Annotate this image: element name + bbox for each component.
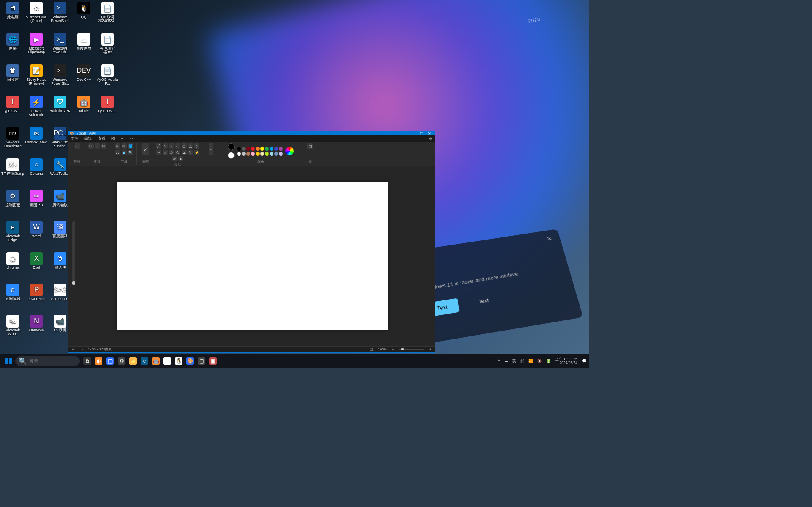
- desktop-icon[interactable]: M+TF 详细版.mp: [1, 158, 25, 181]
- desktop-icon[interactable]: 📄AyOS Mobile F...: [96, 64, 119, 87]
- shape-roundrect[interactable]: ▢: [182, 143, 187, 149]
- pencil-tool[interactable]: ✏: [115, 143, 120, 149]
- ime-mode[interactable]: 拼: [520, 358, 524, 364]
- shape-outline[interactable]: ◐: [172, 156, 177, 161]
- taskbar-clock[interactable]: 上午 10:09:26 2024/08/24: [555, 357, 577, 365]
- desktop-icon[interactable]: 🗑回收站: [1, 64, 25, 87]
- maximize-button[interactable]: ▢: [418, 132, 425, 135]
- shape-cloud[interactable]: ☁: [182, 150, 187, 155]
- taskbar-item-file-explorer[interactable]: 📁: [128, 356, 138, 366]
- taskbar-item-widgets[interactable]: ◫: [105, 356, 115, 366]
- zoom-in-button[interactable]: +: [429, 347, 431, 351]
- stroke-width[interactable]: ≡: [209, 143, 213, 155]
- fill-tool[interactable]: 🪣: [128, 143, 133, 149]
- color-picker-icon[interactable]: [285, 147, 294, 155]
- shape-line[interactable]: ╱: [156, 143, 161, 149]
- shape-poly[interactable]: △: [188, 143, 193, 149]
- search-input[interactable]: [30, 359, 83, 364]
- rotate-tool[interactable]: ↻: [101, 143, 106, 149]
- color-swatch[interactable]: [246, 147, 250, 151]
- desktop-icon[interactable]: NOneNote: [25, 315, 48, 338]
- taskbar-item-chrome[interactable]: ◉: [162, 356, 172, 366]
- color-swatch[interactable]: [256, 147, 260, 151]
- desktop-icon[interactable]: 🤖Mind+: [72, 96, 96, 118]
- color-swatch[interactable]: [237, 152, 241, 156]
- desktop-icon[interactable]: ⚙控制面板: [1, 190, 25, 212]
- shape-heart[interactable]: ♡: [188, 150, 193, 155]
- battery-icon[interactable]: 🔋: [546, 359, 551, 363]
- shape-curve[interactable]: ∿: [163, 143, 168, 149]
- desktop-icon[interactable]: 🖥此电脑: [1, 2, 25, 25]
- shape-fill[interactable]: ●: [178, 156, 183, 161]
- vertical-zoom-slider[interactable]: [72, 221, 75, 285]
- desktop-icon[interactable]: ◉chrome: [1, 252, 25, 275]
- shape-oval[interactable]: ○: [169, 143, 174, 149]
- desktop-icon[interactable]: ✏画图 3D: [25, 190, 48, 212]
- resize-tool[interactable]: ↔: [95, 143, 100, 149]
- desktop-icon[interactable]: TLyperOS1...: [96, 96, 119, 118]
- shape-star[interactable]: ☆: [163, 150, 168, 155]
- volume-icon[interactable]: 🔇: [537, 359, 542, 363]
- color-swatch[interactable]: [251, 152, 255, 156]
- shape-hex[interactable]: ⬡: [169, 150, 174, 155]
- shape-arrow[interactable]: →: [156, 150, 161, 155]
- color-1[interactable]: [228, 143, 235, 150]
- desktop-icon[interactable]: DEVDev C++: [72, 64, 96, 87]
- taskbar-search[interactable]: 🔍: [15, 356, 80, 366]
- desktop-icon[interactable]: eMicrosoft Edge: [1, 221, 25, 244]
- close-button[interactable]: ✕: [425, 132, 433, 135]
- taskbar-item-app-2[interactable]: ▣: [208, 356, 218, 366]
- color-swatch[interactable]: [270, 147, 273, 151]
- paint-canvas[interactable]: [117, 182, 388, 330]
- color-swatch[interactable]: [256, 152, 260, 156]
- shape-bolt[interactable]: ⚡: [194, 150, 199, 155]
- desktop-icon[interactable]: 📄QQ歌词 20240823...: [96, 2, 119, 25]
- zoom-slider[interactable]: [399, 349, 424, 350]
- taskbar-item-paint[interactable]: 🎨: [185, 356, 195, 366]
- color-swatch[interactable]: [265, 147, 269, 151]
- menu-edit[interactable]: 编辑: [84, 136, 92, 141]
- desktop-icon[interactable]: TLyperOS 1...: [1, 96, 25, 118]
- desktop-icon[interactable]: 📝Sticky Notes (Preview): [25, 64, 48, 87]
- brush-tool[interactable]: 🖌: [142, 143, 149, 155]
- desktop-icon[interactable]: nvGeForce Experience: [1, 127, 25, 150]
- color-swatch[interactable]: [279, 147, 283, 151]
- tray-chevron-icon[interactable]: ^: [498, 359, 500, 363]
- taskbar-item-qq[interactable]: 🐧: [174, 356, 184, 366]
- text-tool[interactable]: A: [115, 150, 120, 155]
- menu-undo[interactable]: ↶: [121, 137, 124, 141]
- desktop-icon[interactable]: eIE浏览器: [1, 284, 25, 306]
- color-swatch[interactable]: [265, 152, 269, 156]
- desktop-icon[interactable]: >_Windows PowerShell: [48, 2, 72, 25]
- layers-tool[interactable]: ❐: [307, 143, 313, 149]
- taskbar-item-edge[interactable]: e: [139, 356, 149, 366]
- ime-language[interactable]: 英: [512, 358, 516, 364]
- color-swatch[interactable]: [260, 147, 264, 151]
- desktop-icon[interactable]: ○Cortana: [25, 158, 48, 181]
- shape-diamond[interactable]: ◇: [194, 143, 199, 149]
- taskbar-item-copilot[interactable]: ◐: [94, 356, 104, 366]
- menu-view[interactable]: 查看: [98, 136, 105, 141]
- color-swatch[interactable]: [237, 147, 241, 151]
- select-tool[interactable]: ▭: [75, 143, 80, 149]
- desktop-icon[interactable]: ▶Microsoft Clipchamp: [25, 33, 48, 56]
- color-swatch[interactable]: [251, 147, 255, 151]
- menu-image[interactable]: 图: [111, 136, 115, 141]
- color-swatch[interactable]: [274, 152, 278, 156]
- desktop-icon[interactable]: >_Windows PowerSh...: [48, 64, 72, 87]
- color-swatch[interactable]: [279, 152, 283, 156]
- zoom-tool[interactable]: 🔍: [128, 150, 133, 155]
- color-2[interactable]: [228, 152, 235, 159]
- picker-tool[interactable]: 💧: [122, 150, 127, 155]
- taskbar-item-settings[interactable]: ⚙: [116, 356, 127, 366]
- zoom-out-button[interactable]: −: [392, 347, 394, 351]
- color-swatch[interactable]: [242, 152, 246, 156]
- minimize-button[interactable]: ―: [410, 132, 418, 135]
- color-swatch[interactable]: [246, 152, 250, 156]
- status-fit-icon[interactable]: ◫: [370, 347, 373, 351]
- color-swatch[interactable]: [274, 147, 278, 151]
- eraser-tool[interactable]: ⌫: [122, 143, 127, 149]
- crop-tool[interactable]: ✂: [88, 143, 94, 149]
- shape-rect[interactable]: ▭: [175, 143, 180, 149]
- taskbar-item-app-1[interactable]: ▢: [196, 356, 207, 366]
